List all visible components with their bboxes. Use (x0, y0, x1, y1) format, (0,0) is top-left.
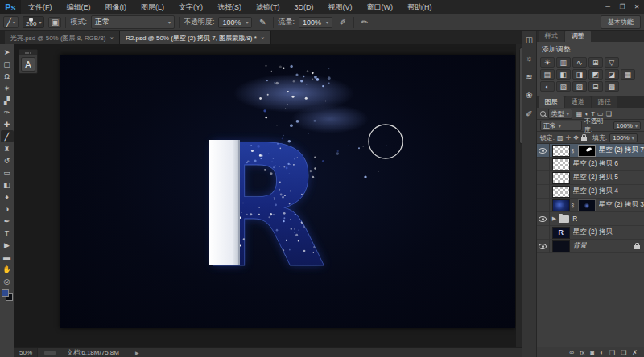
visibility-toggle[interactable] (537, 144, 550, 158)
eraser-tool-button[interactable]: ▭ (1, 166, 14, 178)
layer-thumbnail[interactable] (552, 186, 570, 198)
link-layers-icon[interactable]: ∞ (569, 349, 574, 356)
invert-icon[interactable]: ◐ (540, 81, 555, 92)
hue-saturation-icon[interactable]: ▤ (540, 69, 555, 80)
visibility-toggle[interactable] (537, 185, 550, 199)
vertical-scrollbar[interactable] (516, 44, 522, 347)
exposure-icon[interactable]: ⊞ (588, 57, 603, 68)
threshold-icon[interactable]: ▨ (572, 81, 587, 92)
tab-图层[interactable]: 图层 (539, 96, 564, 108)
layer-blend-mode-select[interactable]: 正常 ▾ (540, 121, 582, 131)
menu-item-7[interactable]: 3D(D) (287, 0, 321, 14)
panel-grip-icon[interactable] (19, 50, 37, 55)
blur-tool-button[interactable]: ♦ (1, 191, 14, 203)
layer-opacity-select[interactable]: 100% ▾ (613, 121, 641, 130)
layer-row-4[interactable]: ∞星空 (2) 拷贝 3 (537, 199, 644, 212)
layer-row-0[interactable]: ∞星空 (2) 拷贝 7 (537, 144, 644, 158)
clone-stamp-tool-button[interactable]: ♜ (1, 142, 14, 154)
curves-icon[interactable]: ∿ (572, 57, 587, 68)
add-layer-mask-icon[interactable]: ◙ (590, 349, 594, 356)
new-group-icon[interactable]: ❑ (609, 349, 615, 356)
channel-mixer-icon[interactable]: ◪ (605, 69, 619, 80)
document-canvas[interactable]: R R R (60, 55, 515, 328)
workspace-switcher-button[interactable]: 基本功能 (601, 15, 641, 29)
brush-tool-button[interactable]: ╱ (1, 130, 14, 142)
layer-thumbnail[interactable]: R (552, 227, 570, 239)
layer-thumbnail[interactable] (552, 172, 570, 184)
collapsed-character-panel[interactable]: A (19, 49, 38, 74)
document-tab-0[interactable]: 光亮.psd @ 50% (图层 8, RGB/8)× (5, 31, 120, 44)
layer-row-5[interactable]: ▶R (537, 212, 644, 226)
quick-selection-tool-button[interactable]: ✶ (1, 82, 14, 94)
black-white-icon[interactable]: ◨ (572, 69, 587, 80)
lock-all-icon[interactable] (581, 137, 587, 141)
pixel-layers-filter-icon[interactable]: ▦ (576, 110, 583, 117)
maximize-button[interactable]: ❐ (615, 2, 630, 13)
visibility-toggle[interactable] (537, 171, 550, 185)
blend-mode-select[interactable]: 正常 ▾ (91, 15, 175, 29)
airbrush-icon[interactable]: ✐ (336, 17, 349, 28)
color-balance-icon[interactable]: ◧ (556, 69, 571, 80)
menu-item-6[interactable]: 滤镜(T) (249, 0, 287, 14)
posterize-icon[interactable]: ▧ (556, 81, 571, 92)
pressure-opacity-icon[interactable]: ✎ (256, 17, 269, 28)
vibrance-icon[interactable]: ▽ (605, 57, 619, 68)
lock-pixels-icon[interactable]: ✛ (566, 134, 572, 142)
layer-row-7[interactable]: 背景 (537, 240, 644, 253)
hand-tool-button[interactable]: ✋ (1, 263, 14, 275)
layer-mask-thumbnail[interactable] (578, 145, 596, 157)
layer-fill-select[interactable]: 100% ▾ (609, 133, 637, 142)
layer-thumbnail[interactable] (552, 145, 570, 157)
menu-item-8[interactable]: 视图(V) (321, 0, 360, 14)
menu-item-9[interactable]: 窗口(W) (360, 0, 401, 14)
toggle-brush-panel-button[interactable]: ▣ (48, 17, 61, 28)
menu-item-3[interactable]: 图层(L) (134, 0, 171, 14)
gradient-tool-button[interactable]: ◧ (1, 178, 14, 191)
lock-transparency-icon[interactable]: ▨ (557, 134, 564, 142)
styles-panel-icon[interactable]: ☼ (526, 54, 533, 63)
tool-preset-picker[interactable]: ╱ ▾ (3, 16, 19, 28)
layer-mask-thumbnail[interactable] (578, 199, 596, 211)
move-tool-button[interactable]: ➤ (1, 46, 14, 58)
menu-item-1[interactable]: 编辑(E) (60, 0, 98, 14)
brush-preset-picker[interactable]: 200 ▾ (23, 16, 44, 28)
crop-tool-button[interactable]: ▞ (1, 94, 14, 106)
menu-item-2[interactable]: 图像(I) (98, 0, 134, 14)
status-menu-arrow-icon[interactable]: ▶ (135, 350, 139, 355)
photo-filter-icon[interactable]: ◩ (588, 69, 603, 80)
brush-presets-panel-icon[interactable]: ❀ (526, 91, 532, 100)
healing-brush-tool-button[interactable]: ✚ (1, 118, 14, 130)
horizontal-scrollbar[interactable] (44, 351, 56, 355)
new-layer-icon[interactable]: ❏ (621, 349, 626, 356)
lasso-tool-button[interactable]: Ω (1, 70, 14, 82)
selective-color-icon[interactable]: ▩ (605, 81, 619, 92)
group-collapse-icon[interactable]: ▶ (552, 215, 556, 222)
shape-tool-button[interactable]: ▬ (1, 251, 14, 263)
layer-row-1[interactable]: 星空 (2) 拷贝 6 (537, 158, 644, 171)
brightness-contrast-icon[interactable]: ☀ (540, 57, 555, 68)
gradient-map-icon[interactable]: ⊟ (588, 81, 603, 92)
visibility-toggle[interactable] (537, 158, 550, 171)
zoom-level-field[interactable]: 50% (14, 348, 38, 357)
layer-style-icon[interactable]: fx (580, 349, 584, 356)
minimize-button[interactable]: ─ (601, 2, 615, 13)
menu-item-10[interactable]: 帮助(H) (400, 0, 440, 14)
tab-调整[interactable]: 调整 (565, 31, 591, 42)
close-tab-icon[interactable]: × (261, 35, 265, 42)
new-adjustment-layer-icon[interactable]: ◐ (600, 349, 604, 356)
tab-通道[interactable]: 通道 (565, 96, 591, 108)
delete-layer-icon[interactable]: ✗ (632, 349, 638, 356)
type-tool-button[interactable]: T (1, 227, 14, 239)
tab-路径[interactable]: 路径 (592, 96, 617, 108)
character-panel-button[interactable]: A (21, 57, 35, 72)
pen-tool-button[interactable]: ✒ (1, 215, 14, 227)
layer-row-3[interactable]: 星空 (2) 拷贝 4 (537, 185, 644, 199)
path-select-tool-button[interactable]: ▶ (1, 239, 14, 251)
layer-thumbnail[interactable] (552, 240, 570, 252)
visibility-toggle[interactable] (537, 226, 550, 240)
menu-item-0[interactable]: 文件(F) (21, 0, 60, 14)
visibility-toggle[interactable] (537, 240, 550, 253)
foreground-color-swatch[interactable] (2, 289, 9, 297)
layer-thumbnail[interactable] (552, 158, 570, 170)
menu-item-4[interactable]: 文字(Y) (171, 0, 210, 14)
